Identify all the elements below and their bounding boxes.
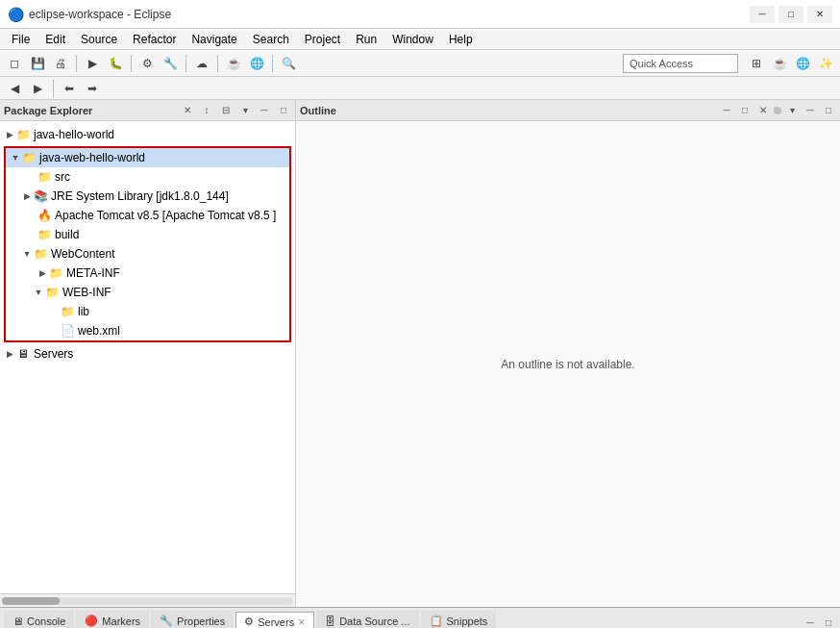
menu-help[interactable]: Help (441, 31, 481, 48)
search-button[interactable]: 🔍 (278, 53, 299, 74)
menu-source[interactable]: Source (73, 31, 125, 48)
folder-open-icon: 📁 (44, 285, 60, 300)
tree-label: JRE System Library [jdk1.8.0_144] (51, 189, 229, 203)
tree-arrow: ▼ (10, 153, 21, 163)
tree-item-java-web-hello-world[interactable]: ▼ 📁 java-web-hello-world (6, 148, 289, 167)
project-icon: 📁 (15, 127, 31, 142)
toolbar-sep-3 (185, 55, 186, 72)
bottom-max-btn[interactable]: □ (821, 615, 836, 628)
team-button[interactable]: ☁ (191, 53, 212, 74)
perspective-button[interactable]: ⊞ (746, 53, 767, 74)
pkg-max-btn[interactable]: □ (276, 103, 291, 118)
close-button[interactable]: ✕ (807, 6, 832, 23)
package-explorer-title: Package Explorer (4, 105, 176, 116)
toolbar-right: ⊞ ☕ 🌐 ✨ (746, 53, 836, 74)
tree-item-tomcat[interactable]: 🔥 Apache Tomcat v8.5 [Apache Tomcat v8.5… (6, 206, 289, 225)
outline-max-btn[interactable]: □ (737, 103, 753, 118)
print-button[interactable]: 🖨 (50, 53, 71, 74)
extra-perspective[interactable]: ✨ (815, 53, 836, 74)
outline-area: An outline is not available. (296, 121, 840, 607)
tree-area: ▶ 📁 java-hello-world ▼ 📁 java-web-hello-… (0, 121, 295, 593)
quick-access-box[interactable]: Quick Access (623, 54, 738, 73)
tree-item-meta-inf[interactable]: ▶ 📁 META-INF (6, 264, 289, 283)
tree-item-jre[interactable]: ▶ 📚 JRE System Library [jdk1.8.0_144] (6, 187, 289, 206)
pkg-close-btn[interactable]: ✕ (180, 103, 195, 118)
java-button[interactable]: ☕ (223, 53, 244, 74)
prev-button[interactable]: ◀ (4, 78, 25, 99)
menu-search[interactable]: Search (245, 31, 297, 48)
tree-label: Apache Tomcat v8.5 [Apache Tomcat v8.5 ] (55, 209, 276, 222)
tab-snippets[interactable]: 📋 Snippets (421, 611, 497, 628)
tab-datasource[interactable]: 🗄 Data Source ... (316, 611, 418, 628)
tree-arrow: ▶ (4, 349, 15, 359)
pkg-collapse-btn[interactable]: ⊟ (218, 103, 234, 118)
tree-item-web-inf[interactable]: ▼ 📁 WEB-INF (6, 283, 289, 302)
pkg-sync-btn[interactable]: ↕ (199, 103, 214, 118)
minimize-button[interactable]: ─ (750, 6, 775, 23)
web-perspective[interactable]: 🌐 (792, 53, 813, 74)
ext-tool2-button[interactable]: 🔧 (160, 53, 181, 74)
tree-label: Servers (34, 347, 73, 361)
tree-arrow: ▼ (33, 288, 44, 297)
scrollbar-thumb (2, 597, 60, 605)
tree-arrow: ▶ (37, 268, 48, 278)
tree-item-build[interactable]: 📁 build (6, 225, 289, 244)
next-button[interactable]: ▶ (27, 78, 48, 99)
tab-datasource-label: Data Source ... (339, 615, 409, 627)
tree-item-servers[interactable]: ▶ 🖥 Servers (0, 344, 295, 364)
package-explorer-header: Package Explorer ✕ ↕ ⊟ ▾ ─ □ (0, 100, 295, 121)
tree-label: src (55, 170, 70, 184)
menu-file[interactable]: File (4, 31, 37, 48)
outline-controls: ─ □ ✕ ▾ ─ □ (719, 103, 836, 118)
tab-console[interactable]: 🖥 Console (4, 611, 74, 628)
tomcat-icon: 🔥 (37, 208, 52, 223)
toolbar2-sep (53, 80, 54, 97)
console-icon: 🖥 (12, 615, 23, 627)
tab-markers[interactable]: 🔴 Markers (76, 611, 149, 628)
outline-max2-btn[interactable]: □ (821, 103, 836, 118)
tree-item-java-hello-world[interactable]: ▶ 📁 java-hello-world (0, 125, 295, 144)
menu-run[interactable]: Run (348, 31, 384, 48)
servers-tab-icon: ⚙ (244, 615, 254, 628)
outline-header: Outline ─ □ ✕ ▾ ─ □ (296, 100, 840, 121)
outline-min2-btn[interactable]: ─ (803, 103, 818, 118)
run-button[interactable]: ▶ (82, 53, 103, 74)
right-panel: Outline ─ □ ✕ ▾ ─ □ An outline is not av… (296, 100, 840, 607)
menu-project[interactable]: Project (297, 31, 348, 48)
outline-menu-btn[interactable]: ▾ (784, 103, 800, 118)
outline-close-btn[interactable]: ✕ (755, 103, 771, 118)
debug-button[interactable]: 🐛 (105, 53, 126, 74)
tab-properties-label: Properties (177, 615, 225, 627)
datasource-icon: 🗄 (325, 615, 335, 627)
window-title: eclipse-workspace - Eclipse (29, 8, 750, 21)
menu-refactor[interactable]: Refactor (125, 31, 184, 48)
pkg-menu-btn[interactable]: ▾ (237, 103, 253, 118)
save-button[interactable]: 💾 (27, 53, 48, 74)
maximize-button[interactable]: □ (778, 6, 803, 23)
tab-close-icon[interactable]: ✕ (298, 617, 306, 627)
tab-markers-label: Markers (102, 615, 140, 627)
folder-icon: 📁 (60, 304, 75, 319)
tree-item-web-xml[interactable]: 📄 web.xml (6, 321, 289, 340)
java-perspective[interactable]: ☕ (769, 53, 790, 74)
outline-min-btn[interactable]: ─ (719, 103, 734, 118)
menu-edit[interactable]: Edit (37, 31, 73, 48)
tab-properties[interactable]: 🔧 Properties (151, 611, 234, 628)
web-button[interactable]: 🌐 (246, 53, 267, 74)
ext-tool-button[interactable]: ⚙ (136, 53, 158, 74)
new-button[interactable]: ◻ (4, 53, 25, 74)
horizontal-scrollbar[interactable] (0, 593, 295, 607)
menu-navigate[interactable]: Navigate (184, 31, 244, 48)
tree-item-src[interactable]: 📁 src (6, 167, 289, 187)
back-button[interactable]: ⬅ (59, 78, 80, 99)
pkg-min-btn[interactable]: ─ (257, 103, 272, 118)
folder-icon: 📁 (37, 169, 52, 185)
tab-servers[interactable]: ⚙ Servers ✕ (235, 612, 314, 628)
outline-title: Outline (300, 105, 715, 116)
bottom-min-btn[interactable]: ─ (803, 615, 818, 628)
menu-window[interactable]: Window (384, 31, 441, 48)
tree-item-lib[interactable]: 📁 lib (6, 302, 289, 321)
jre-icon: 📚 (33, 188, 48, 204)
forward-button[interactable]: ➡ (82, 78, 103, 99)
tree-item-webcontent[interactable]: ▼ 📁 WebContent (6, 244, 289, 264)
